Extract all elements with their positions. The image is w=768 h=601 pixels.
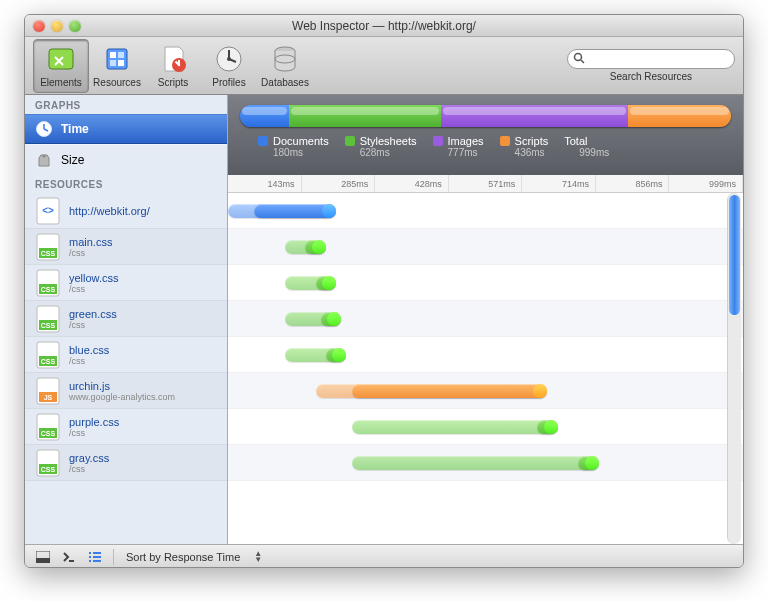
scrollbar[interactable] <box>727 193 741 544</box>
legend-swatch <box>258 136 268 146</box>
legend-item: Scripts436ms <box>500 135 549 158</box>
legend-label: Stylesheets <box>360 135 417 147</box>
resource-item[interactable]: CSS blue.css /css <box>25 337 227 373</box>
svg-rect-48 <box>93 560 101 562</box>
timeline-row <box>228 373 743 409</box>
legend-value: 436ms <box>500 147 549 158</box>
toolbar-label: Scripts <box>158 77 189 88</box>
resource-path: /css <box>69 320 117 330</box>
timeline-bar-receiving <box>578 456 599 470</box>
resource-path: /css <box>69 284 119 294</box>
css-file-icon: CSS <box>35 412 61 442</box>
summary-panel: Documents180msStylesheets628msImages777m… <box>228 95 743 175</box>
axis-tick: 856ms <box>596 175 670 192</box>
legend-value: 777ms <box>433 147 484 158</box>
sidebar-item-time[interactable]: Time <box>25 114 227 144</box>
toolbar-profiles[interactable]: Profiles <box>201 39 257 93</box>
svg-rect-3 <box>118 52 124 58</box>
timeline-row <box>228 337 743 373</box>
summary-segment <box>289 105 441 127</box>
toolbar-resources[interactable]: Resources <box>89 39 145 93</box>
clock-icon <box>35 120 53 138</box>
dock-button[interactable] <box>31 548 55 566</box>
resource-item[interactable]: CSS main.css /css <box>25 229 227 265</box>
search-icon <box>573 52 585 67</box>
sort-select[interactable]: Sort by Response Time <box>120 549 254 565</box>
sidebar: GRAPHS Time Size RESOURCES <> http://web… <box>25 95 228 544</box>
scrollbar-thumb[interactable] <box>729 195 740 315</box>
legend-swatch <box>345 136 355 146</box>
sidebar-item-size[interactable]: Size <box>25 144 227 174</box>
resource-path: /css <box>69 248 112 258</box>
css-file-icon: CSS <box>35 268 61 298</box>
resource-item[interactable]: CSS green.css /css <box>25 301 227 337</box>
resource-name: blue.css <box>69 344 109 356</box>
graphs-heading: GRAPHS <box>25 95 227 114</box>
doc-file-icon: <> <box>35 196 61 226</box>
css-file-icon: CSS <box>35 232 61 262</box>
svg-text:CSS: CSS <box>41 466 56 473</box>
timeline[interactable] <box>228 193 743 544</box>
timeline-row <box>228 265 743 301</box>
toolbar-label: Databases <box>261 77 309 88</box>
css-file-icon: CSS <box>35 448 61 478</box>
scripts-icon <box>157 43 189 75</box>
legend-label: Images <box>448 135 484 147</box>
resource-item[interactable]: CSS yellow.css /css <box>25 265 227 301</box>
search-label: Search Resources <box>567 71 735 82</box>
window-title: Web Inspector — http://webkit.org/ <box>25 19 743 33</box>
js-file-icon: JS <box>35 376 61 406</box>
resource-path: /css <box>69 356 109 366</box>
svg-point-16 <box>43 154 46 157</box>
profiles-icon <box>213 43 245 75</box>
timeline-bar-receiving <box>316 276 337 290</box>
toolbar-databases[interactable]: Databases <box>257 39 313 93</box>
resource-name: green.css <box>69 308 117 320</box>
legend-item: Total999ms <box>564 135 609 158</box>
svg-text:CSS: CSS <box>41 430 56 437</box>
resource-name: purple.css <box>69 416 119 428</box>
svg-point-13 <box>575 54 582 61</box>
svg-rect-2 <box>110 52 116 58</box>
console-button[interactable] <box>57 548 81 566</box>
legend-value: 999ms <box>564 147 609 158</box>
body: GRAPHS Time Size RESOURCES <> http://web… <box>25 95 743 544</box>
svg-text:CSS: CSS <box>41 322 56 329</box>
summary-segment <box>240 105 289 127</box>
legend-item: Stylesheets628ms <box>345 135 417 158</box>
resource-item[interactable]: CSS purple.css /css <box>25 409 227 445</box>
weight-icon <box>35 151 53 169</box>
legend: Documents180msStylesheets628msImages777m… <box>240 135 731 158</box>
axis-tick: 571ms <box>449 175 523 192</box>
search-container: Search Resources <box>567 49 735 82</box>
resource-path: /css <box>69 464 109 474</box>
toolbar: Elements Resources Scripts Profiles Data… <box>25 37 743 95</box>
resource-item[interactable]: CSS gray.css /css <box>25 445 227 481</box>
svg-rect-45 <box>89 556 91 558</box>
svg-point-10 <box>227 57 231 61</box>
css-file-icon: CSS <box>35 340 61 370</box>
resource-item[interactable]: <> http://webkit.org/ <box>25 193 227 229</box>
toolbar-scripts[interactable]: Scripts <box>145 39 201 93</box>
list-view-button[interactable] <box>83 548 107 566</box>
svg-text:JS: JS <box>44 394 53 401</box>
statusbar: Sort by Response Time ▲▼ <box>25 544 743 568</box>
css-file-icon: CSS <box>35 304 61 334</box>
timeline-bar-receiving <box>352 384 548 398</box>
svg-text:CSS: CSS <box>41 250 56 257</box>
legend-label: Total <box>564 135 587 147</box>
resource-name: gray.css <box>69 452 109 464</box>
search-input[interactable] <box>567 49 735 69</box>
svg-rect-5 <box>118 60 124 66</box>
toolbar-label: Profiles <box>212 77 245 88</box>
axis-tick: 714ms <box>522 175 596 192</box>
sidebar-item-label: Time <box>61 122 89 136</box>
resource-name: urchin.js <box>69 380 175 392</box>
resource-path: /css <box>69 428 119 438</box>
summary-segment <box>441 105 628 127</box>
toolbar-elements[interactable]: Elements <box>33 39 89 93</box>
legend-item: Images777ms <box>433 135 484 158</box>
resource-item[interactable]: JS urchin.js www.google-analytics.com <box>25 373 227 409</box>
titlebar: Web Inspector — http://webkit.org/ <box>25 15 743 37</box>
timeline-row <box>228 409 743 445</box>
